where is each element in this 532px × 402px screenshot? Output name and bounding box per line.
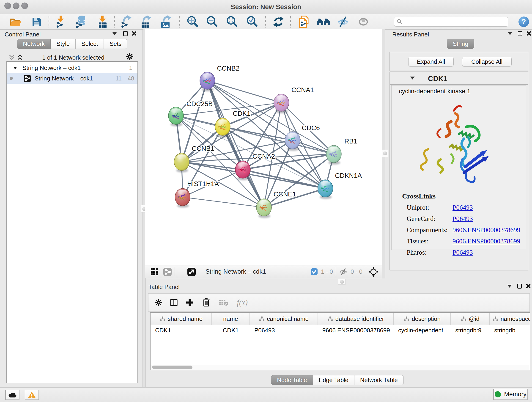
refresh-view-icon[interactable] — [273, 16, 284, 27]
collapse-entry-icon[interactable] — [410, 77, 415, 80]
open-session-icon[interactable] — [9, 17, 22, 27]
tab-network[interactable]: Network — [17, 39, 51, 49]
float-panel-icon[interactable] — [518, 31, 522, 36]
tab-node-table[interactable]: Node Table — [271, 375, 313, 385]
first-neighbors-icon[interactable] — [317, 17, 331, 27]
results-tab-string[interactable]: String — [447, 39, 474, 49]
table-cell[interactable]: CDK1 — [212, 325, 250, 335]
network-graph[interactable]: CCNB2CCNA1CDC25BCDK1CDC6RB1CCNB1CCNA2CDK… — [145, 29, 382, 265]
publication-export-icon[interactable] — [298, 15, 310, 28]
edge-CCNB2-CCNE1[interactable] — [207, 81, 264, 207]
node-RB1[interactable] — [326, 145, 341, 165]
edge-CCNE1-HIST1H1A[interactable] — [183, 197, 264, 207]
memory-button[interactable]: Memory — [493, 389, 528, 400]
cloud-status-button[interactable] — [5, 390, 19, 400]
collapse-all-button[interactable]: Collapse All — [462, 57, 512, 67]
table-cell[interactable]: CDK1 — [151, 325, 212, 335]
network-row-selected[interactable]: String Network – cdk1 11 48 — [7, 73, 138, 84]
expand-all-button[interactable]: Expand All — [408, 57, 454, 67]
scrollbar-thumb[interactable] — [152, 366, 192, 369]
table-settings-gear-icon[interactable] — [155, 299, 162, 306]
show-columns-icon[interactable] — [170, 299, 178, 306]
zoom-selected-icon[interactable] — [246, 16, 258, 28]
hide-selected-eye-icon[interactable] — [337, 17, 349, 27]
open-in-new-window-icon[interactable] — [187, 268, 196, 276]
save-session-icon[interactable] — [32, 17, 42, 27]
export-network-icon[interactable] — [120, 15, 133, 28]
pharos-link[interactable]: P06493 — [452, 249, 473, 256]
import-network-from-file-icon[interactable] — [54, 15, 67, 28]
column-header-database-identifier[interactable]: database identifier — [318, 313, 394, 325]
float-panel-icon[interactable] — [123, 31, 128, 36]
node-CCNA2[interactable] — [235, 161, 250, 180]
edge-CCNA2-CDKN1A[interactable] — [243, 170, 325, 188]
close-panel-icon[interactable] — [526, 283, 531, 289]
node-CDC6[interactable] — [285, 132, 300, 151]
collapse-all-networks-icon[interactable] — [8, 55, 15, 61]
add-column-icon[interactable] — [186, 298, 194, 307]
column-header-namespace[interactable]: namespace — [490, 313, 530, 325]
export-table-icon[interactable] — [139, 15, 152, 28]
search-box[interactable] — [394, 17, 508, 27]
table-cell[interactable]: cyclin-dependent ... — [394, 325, 451, 335]
grid-view-icon[interactable] — [150, 268, 158, 276]
hidden-eye-icon[interactable] — [339, 268, 348, 275]
table-horizontal-scrollbar[interactable] — [151, 365, 530, 370]
show-all-eye-icon[interactable] — [358, 17, 369, 27]
table-cell[interactable]: stringdb:9... — [451, 325, 490, 335]
column-header-shared-name[interactable]: shared name — [151, 313, 212, 325]
compartments-link[interactable]: 9606.ENSP00000378699 — [452, 226, 520, 234]
search-input[interactable] — [403, 18, 508, 25]
column-header-description[interactable]: description — [394, 313, 451, 325]
node-HIST1H1A[interactable] — [175, 188, 190, 208]
delete-column-trash-icon[interactable] — [202, 298, 210, 307]
tab-edge-table[interactable]: Edge Table — [313, 375, 355, 385]
zoom-fit-content-icon[interactable] — [226, 16, 238, 28]
close-panel-icon[interactable] — [526, 31, 532, 36]
node-CDK1[interactable] — [215, 118, 230, 137]
help-button[interactable]: ? — [519, 17, 529, 27]
column-header-name[interactable]: name — [212, 313, 250, 325]
network-options-gear-icon[interactable] — [126, 53, 133, 60]
protein-header-row[interactable]: CDK1 — [390, 72, 528, 85]
table-cell[interactable]: 9606.ENSP00000378699 — [318, 325, 394, 335]
table-row[interactable]: CDK1CDK1P064939606.ENSP00000378699cyclin… — [151, 325, 530, 335]
node-CDC25B[interactable] — [168, 107, 184, 126]
selected-checkbox-icon[interactable] — [311, 268, 318, 275]
column-header-canonical-name[interactable]: canonical name — [250, 313, 318, 325]
tab-sets[interactable]: Sets — [104, 39, 127, 49]
uniprot-link[interactable]: P06493 — [452, 204, 473, 211]
column-header-id[interactable]: @id — [451, 313, 490, 325]
collection-expand-icon[interactable] — [13, 66, 17, 69]
tab-style[interactable]: Style — [51, 39, 76, 49]
edge-CCNB2-RB1[interactable] — [207, 81, 334, 154]
network-collection-row[interactable]: String Network – cdk1 1 — [7, 63, 138, 73]
import-table-from-file-icon[interactable] — [96, 15, 108, 28]
node-CCNB1[interactable] — [174, 153, 189, 172]
panel-menu-icon[interactable] — [112, 32, 117, 35]
tab-select[interactable]: Select — [76, 39, 104, 49]
warning-status-button[interactable] — [25, 390, 39, 400]
node-CCNA1[interactable] — [274, 94, 289, 113]
string-view-icon[interactable] — [163, 268, 172, 276]
node-CCNE1[interactable] — [256, 199, 272, 218]
node-CCNB2[interactable] — [200, 72, 215, 91]
tissues-link[interactable]: 9606.ENSP00000378699 — [452, 237, 520, 245]
node-CDKN1A[interactable] — [318, 180, 333, 199]
zoom-in-icon[interactable] — [186, 16, 199, 28]
import-network-from-database-icon[interactable] — [75, 15, 88, 28]
genecard-link[interactable]: P06493 — [452, 215, 473, 223]
zoom-out-icon[interactable] — [206, 16, 218, 28]
float-panel-icon[interactable] — [517, 284, 522, 288]
edge-CCNB2-CCNA1[interactable] — [207, 81, 281, 103]
fit-selected-crosshair-icon[interactable] — [368, 267, 379, 277]
right-splitter[interactable] — [382, 29, 385, 279]
table-cell[interactable]: stringdb — [490, 325, 530, 335]
expand-all-networks-icon[interactable] — [17, 55, 23, 61]
export-image-icon[interactable] — [159, 15, 172, 28]
close-panel-icon[interactable] — [132, 31, 137, 36]
panel-menu-icon[interactable] — [507, 285, 512, 288]
table-cell[interactable]: P06493 — [250, 325, 318, 335]
panel-menu-icon[interactable] — [508, 32, 512, 35]
tab-network-table[interactable]: Network Table — [355, 375, 404, 385]
